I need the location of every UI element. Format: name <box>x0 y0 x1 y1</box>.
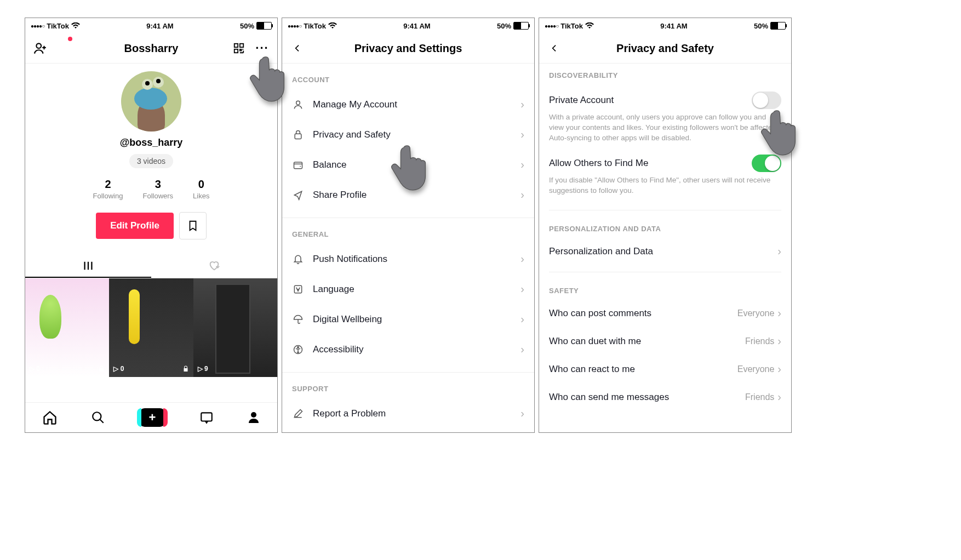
qr-code-icon[interactable] <box>231 41 246 56</box>
signal-dots-icon: ●●●●○ <box>545 23 558 29</box>
tab-liked[interactable] <box>151 255 277 277</box>
bookmark-button[interactable] <box>179 212 207 239</box>
allow-find-toggle[interactable] <box>752 155 781 172</box>
row-personalization-data[interactable]: Personalization and Data › <box>549 237 781 265</box>
svg-point-6 <box>251 412 256 418</box>
play-count: ▷ 0 <box>30 365 40 373</box>
row-who-message[interactable]: Who can send me messages Friends› <box>549 383 781 411</box>
row-privacy-safety[interactable]: Privacy and Safety› <box>282 119 534 150</box>
nav-profile-icon[interactable] <box>247 410 260 425</box>
pencil-icon <box>292 408 304 420</box>
chevron-right-icon: › <box>777 363 781 375</box>
battery-icon <box>770 22 786 30</box>
row-who-duet[interactable]: Who can duet with me Friends› <box>549 327 781 355</box>
chevron-right-icon: › <box>777 335 781 347</box>
clock: 9:41 AM <box>403 22 430 30</box>
play-count: ▷ 9 <box>198 365 208 373</box>
nav-compose-button[interactable]: + <box>139 408 165 427</box>
back-icon[interactable] <box>547 41 562 56</box>
wifi-icon <box>328 22 337 29</box>
video-grid: ▷ 0 ▷ 0 ▷ 9 <box>25 278 277 377</box>
person-icon <box>292 99 304 111</box>
back-icon[interactable] <box>290 41 305 56</box>
svg-rect-8 <box>295 134 301 139</box>
stat-following[interactable]: 2Following <box>93 178 123 200</box>
private-account-desc: With a private account, only users you a… <box>549 112 781 144</box>
umbrella-icon <box>292 313 304 325</box>
chevron-right-icon: › <box>520 98 524 111</box>
chevron-right-icon: › <box>520 128 524 141</box>
video-thumb[interactable]: ▷ 9 <box>193 278 277 377</box>
row-manage-account[interactable]: Manage My Account› <box>282 89 534 119</box>
private-account-label: Private Account <box>549 95 614 106</box>
page-title: Bossharry <box>71 42 231 55</box>
carrier-label: TikTok <box>560 22 583 30</box>
nav-inbox-icon[interactable] <box>199 410 214 425</box>
profile-tabs <box>25 255 277 278</box>
status-bar: ●●●●○TikTok 9:41 AM 50% <box>282 18 534 33</box>
section-support-header: SUPPORT <box>282 373 534 398</box>
row-digital-wellbeing[interactable]: Digital Wellbeing› <box>282 304 534 334</box>
svg-point-0 <box>36 43 41 48</box>
row-report-problem[interactable]: Report a Problem› <box>282 398 534 428</box>
row-balance[interactable]: Balance› <box>282 150 534 180</box>
private-account-toggle[interactable] <box>752 92 781 109</box>
row-private-account: Private Account With a private account, … <box>549 84 781 147</box>
row-language[interactable]: Language› <box>282 274 534 304</box>
profile-screen: ●●●●○ TikTok 9:41 AM 50% Bossharry ··· <box>25 18 278 433</box>
allow-find-desc: If you disable "Allow Others to Find Me"… <box>549 175 781 196</box>
row-who-react[interactable]: Who can react to me Everyone› <box>549 355 781 383</box>
privacy-safety-screen: ●●●●○TikTok 9:41 AM 50% Privacy and Safe… <box>539 18 792 433</box>
share-icon <box>292 189 304 201</box>
row-allow-find-me: Allow Others to Find Me If you disable "… <box>549 147 781 204</box>
section-personalization-header: PERSONALIZATION AND DATA <box>549 217 781 237</box>
chevron-right-icon: › <box>777 307 781 319</box>
tab-posts[interactable] <box>25 255 151 278</box>
lock-icon <box>98 365 105 373</box>
carrier-label: TikTok <box>304 22 326 30</box>
profile-navbar: Bossharry ··· <box>25 33 277 64</box>
lock-icon <box>182 365 189 373</box>
battery-pct: 50% <box>240 22 254 30</box>
add-friend-icon[interactable] <box>33 41 48 56</box>
section-discoverability-header: DISCOVERABILITY <box>549 64 781 84</box>
lock-icon <box>292 129 304 141</box>
chevron-right-icon: › <box>777 391 781 403</box>
nav-home-icon[interactable] <box>42 410 58 425</box>
notification-dot <box>68 37 72 41</box>
chevron-right-icon: › <box>520 283 524 295</box>
battery-pct: 50% <box>497 22 511 30</box>
row-who-comments[interactable]: Who can post comments Everyone› <box>549 299 781 327</box>
settings-navbar: Privacy and Settings <box>282 33 534 64</box>
stat-followers[interactable]: 3Followers <box>142 178 173 200</box>
status-bar: ●●●●○ TikTok 9:41 AM 50% <box>25 18 277 33</box>
clock: 9:41 AM <box>660 22 687 30</box>
chevron-right-icon: › <box>520 313 524 325</box>
battery-pct: 50% <box>754 22 768 30</box>
chevron-right-icon: › <box>520 253 524 265</box>
video-thumb[interactable]: ▷ 0 <box>109 278 193 377</box>
video-count-pill[interactable]: 3 videos <box>129 154 173 168</box>
more-icon[interactable]: ··· <box>255 41 270 56</box>
nav-search-icon[interactable] <box>91 410 105 425</box>
row-share-profile[interactable]: Share Profile› <box>282 180 534 210</box>
row-push-notifications[interactable]: Push Notifications› <box>282 244 534 274</box>
status-bar: ●●●●○TikTok 9:41 AM 50% <box>539 18 791 33</box>
wifi-icon <box>71 22 80 29</box>
video-thumb[interactable]: ▷ 0 <box>25 278 109 377</box>
svg-rect-1 <box>234 44 237 47</box>
signal-dots-icon: ●●●●○ <box>288 23 301 29</box>
avatar[interactable] <box>121 71 181 132</box>
privacy-navbar: Privacy and Safety <box>539 33 791 64</box>
row-accessibility[interactable]: Accessibility› <box>282 334 534 364</box>
stat-likes[interactable]: 0Likes <box>193 178 209 200</box>
settings-screen: ●●●●○TikTok 9:41 AM 50% Privacy and Sett… <box>282 18 535 433</box>
chevron-right-icon: › <box>777 245 781 258</box>
svg-rect-3 <box>234 49 237 53</box>
svg-point-7 <box>296 101 300 105</box>
edit-profile-button[interactable]: Edit Profile <box>96 213 174 239</box>
chevron-right-icon: › <box>520 158 524 171</box>
bell-icon <box>292 253 304 265</box>
svg-point-4 <box>93 412 101 420</box>
svg-rect-2 <box>239 44 243 47</box>
